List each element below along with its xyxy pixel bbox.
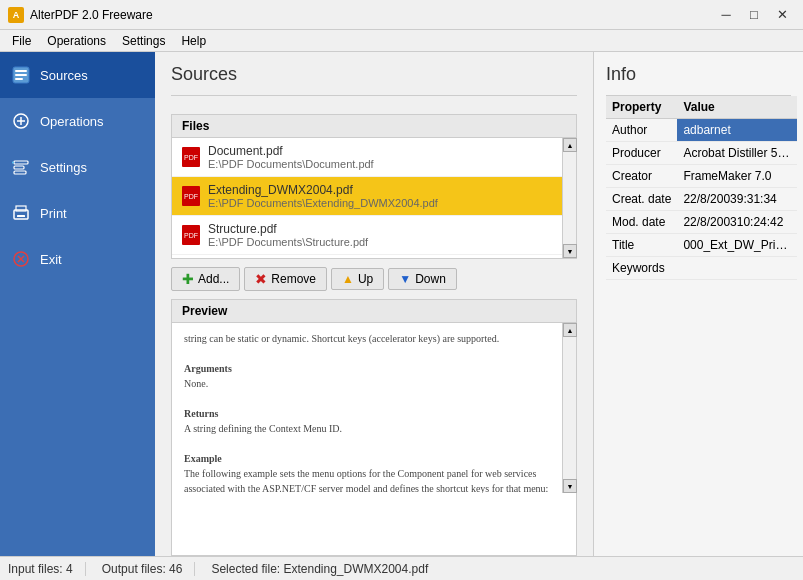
- content-wrapper: Sources Files PDF Document.pdf E:\PDF Do…: [155, 52, 803, 556]
- file-info-3: Structure.pdf E:\PDF Documents\Structure…: [208, 222, 368, 248]
- prop-producer: Producer: [606, 142, 677, 165]
- info-row-author: Author adbarnet: [606, 119, 797, 142]
- up-label: Up: [358, 272, 373, 286]
- val-title: 000_Ext_DW_Print.b: [677, 234, 797, 257]
- info-row-creator: Creator FrameMaker 7.0: [606, 165, 797, 188]
- file-path-3: E:\PDF Documents\Structure.pdf: [208, 236, 368, 248]
- pdf-icon-3: PDF: [182, 225, 200, 245]
- down-label: Down: [415, 272, 446, 286]
- close-button[interactable]: ✕: [769, 5, 795, 25]
- files-header: Files: [172, 115, 576, 138]
- info-row-creat-date: Creat. date 22/8/20039:31:34: [606, 188, 797, 211]
- svg-rect-7: [14, 161, 28, 164]
- preview-content: string can be static or dynamic. Shortcu…: [172, 323, 562, 493]
- sidebar: Sources Operations: [0, 52, 155, 556]
- info-row-mod-date: Mod. date 22/8/200310:24:42: [606, 211, 797, 234]
- menu-help[interactable]: Help: [173, 32, 214, 50]
- file-name: Document.pdf: [208, 144, 374, 158]
- val-mod-date: 22/8/200310:24:42: [677, 211, 797, 234]
- svg-rect-2: [15, 74, 27, 76]
- title-bar-controls: ─ □ ✕: [713, 5, 795, 25]
- minimize-button[interactable]: ─: [713, 5, 739, 25]
- val-producer: Acrobat Distiller 5.0.5: [677, 142, 797, 165]
- preview-scroll-track: [563, 337, 576, 479]
- preview-text: string can be static or dynamic. Shortcu…: [184, 333, 548, 493]
- scroll-down-btn[interactable]: ▼: [563, 244, 577, 258]
- title-bar: A AlterPDF 2.0 Freeware ─ □ ✕: [0, 0, 803, 30]
- sidebar-print-label: Print: [40, 206, 67, 221]
- sidebar-item-operations[interactable]: Operations: [0, 98, 155, 144]
- scroll-up-btn[interactable]: ▲: [563, 138, 577, 152]
- svg-rect-8: [14, 166, 24, 169]
- preview-scroll-down-btn[interactable]: ▼: [563, 479, 577, 493]
- prop-creat-date: Creat. date: [606, 188, 677, 211]
- prop-title: Title: [606, 234, 677, 257]
- prop-creator: Creator: [606, 165, 677, 188]
- info-row-producer: Producer Acrobat Distiller 5.0.5: [606, 142, 797, 165]
- menu-file[interactable]: File: [4, 32, 39, 50]
- val-author: adbarnet: [677, 119, 797, 142]
- add-button[interactable]: ✚ Add...: [171, 267, 240, 291]
- down-button[interactable]: ▼ Down: [388, 268, 457, 290]
- settings-icon: [10, 156, 32, 178]
- sources-divider: [171, 95, 577, 96]
- sidebar-item-exit[interactable]: Exit: [0, 236, 155, 282]
- sources-section: Sources: [155, 52, 593, 114]
- operations-icon: [10, 110, 32, 132]
- menu-bar: File Operations Settings Help: [0, 30, 803, 52]
- sidebar-operations-label: Operations: [40, 114, 104, 129]
- menu-operations[interactable]: Operations: [39, 32, 114, 50]
- prop-author: Author: [606, 119, 677, 142]
- sidebar-item-print[interactable]: Print: [0, 190, 155, 236]
- files-scrollbar: ▲ ▼: [562, 138, 576, 258]
- remove-button[interactable]: ✖ Remove: [244, 267, 327, 291]
- file-name-3: Structure.pdf: [208, 222, 368, 236]
- file-item-structure[interactable]: PDF Structure.pdf E:\PDF Documents\Struc…: [172, 216, 562, 255]
- col-property: Property: [606, 96, 677, 119]
- info-row-keywords: Keywords: [606, 257, 797, 280]
- add-icon: ✚: [182, 271, 194, 287]
- val-creator: FrameMaker 7.0: [677, 165, 797, 188]
- col-value: Value: [677, 96, 797, 119]
- up-icon: ▲: [342, 272, 354, 286]
- sidebar-exit-label: Exit: [40, 252, 62, 267]
- sources-title: Sources: [171, 64, 577, 85]
- svg-rect-3: [15, 78, 23, 80]
- info-table: Property Value Author adbarnet Producer …: [606, 96, 797, 280]
- file-item-document[interactable]: PDF Document.pdf E:\PDF Documents\Docume…: [172, 138, 562, 177]
- app-title: AlterPDF 2.0 Freeware: [30, 8, 153, 22]
- prop-keywords: Keywords: [606, 257, 677, 280]
- up-button[interactable]: ▲ Up: [331, 268, 384, 290]
- status-bar: Input files: 4 Output files: 46 Selected…: [0, 556, 803, 580]
- menu-settings[interactable]: Settings: [114, 32, 173, 50]
- sidebar-item-sources[interactable]: Sources: [0, 52, 155, 98]
- app-icon: A: [8, 7, 24, 23]
- svg-rect-12: [17, 215, 25, 217]
- sources-icon: [10, 64, 32, 86]
- sidebar-item-settings[interactable]: Settings: [0, 144, 155, 190]
- preview-scroll-container: string can be static or dynamic. Shortcu…: [172, 323, 576, 493]
- file-path: E:\PDF Documents\Document.pdf: [208, 158, 374, 170]
- remove-icon: ✖: [255, 271, 267, 287]
- scroll-track: [563, 152, 576, 244]
- print-icon: [10, 202, 32, 224]
- main-layout: Sources Operations: [0, 52, 803, 556]
- pdf-icon-2: PDF: [182, 186, 200, 206]
- preview-panel: Preview string can be static or dynamic.…: [171, 299, 577, 556]
- status-output-files: Output files: 46: [102, 562, 196, 576]
- maximize-button[interactable]: □: [741, 5, 767, 25]
- info-title: Info: [606, 64, 791, 85]
- file-name-2: Extending_DWMX2004.pdf: [208, 183, 438, 197]
- sidebar-settings-label: Settings: [40, 160, 87, 175]
- file-item-extending[interactable]: PDF Extending_DWMX2004.pdf E:\PDF Docume…: [172, 177, 562, 216]
- file-path-2: E:\PDF Documents\Extending_DWMX2004.pdf: [208, 197, 438, 209]
- svg-rect-9: [14, 171, 26, 174]
- file-info-2: Extending_DWMX2004.pdf E:\PDF Documents\…: [208, 183, 438, 209]
- down-icon: ▼: [399, 272, 411, 286]
- toolbar: ✚ Add... ✖ Remove ▲ Up ▼ Down: [155, 259, 593, 299]
- val-keywords: [677, 257, 797, 280]
- right-panel: Info Property Value Author adbarnet Prod…: [593, 52, 803, 556]
- prop-mod-date: Mod. date: [606, 211, 677, 234]
- preview-scrollbar: ▲ ▼: [562, 323, 576, 493]
- preview-scroll-up-btn[interactable]: ▲: [563, 323, 577, 337]
